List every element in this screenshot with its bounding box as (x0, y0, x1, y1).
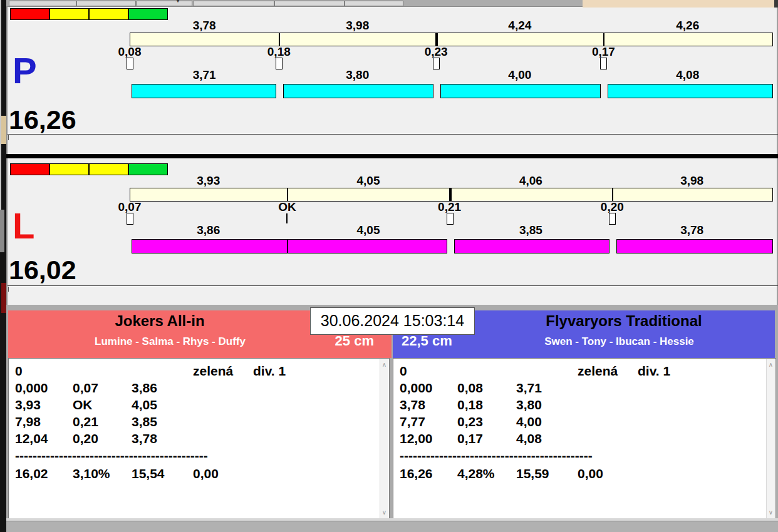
run-time-bar (608, 84, 773, 98)
exchange-time-label: 0,20 (601, 201, 624, 213)
exchange-time-label: 0,08 (118, 46, 142, 58)
run-time-bar (283, 84, 433, 98)
exchange-time-cell: 0,07 (73, 379, 98, 396)
team-left-members: Lumine - Salma - Rhys - Duffy (8, 335, 332, 348)
exchange-time-cell: 0,23 (457, 413, 483, 430)
cumulative-time-cell: 3,93 (15, 396, 41, 413)
run-time-cell: 3,80 (516, 396, 542, 413)
cumulative-time-cell: 7,98 (15, 413, 41, 430)
toolbar-segment (274, 1, 345, 6)
traffic-strip-cell (128, 8, 168, 20)
split-time-bar (130, 188, 773, 202)
split-time-label: 3,98 (680, 175, 703, 187)
exchange-time-label: 0,18 (267, 46, 291, 58)
exchange-time-cell: OK (73, 396, 93, 413)
run-time-cell: 4,00 (516, 413, 542, 430)
exchange-time-cell: 0,20 (73, 430, 98, 447)
totals-row: 16,264,28%15,590,00 (393, 465, 775, 482)
table-scrollbar[interactable]: ∧∨ (380, 359, 388, 518)
traffic-strip-cell (10, 163, 49, 175)
exchange-marker-box (276, 58, 283, 69)
team-right-members: Swen - Tony - Ibucan - Hessie (464, 335, 775, 348)
division-cell: div. 1 (638, 362, 670, 379)
run-time-bar (132, 239, 288, 253)
background-fragment (1, 116, 6, 144)
run-time-label: 3,71 (193, 69, 216, 81)
table-row: 0zelenádiv. 1 (393, 362, 775, 379)
penalty-cell: 0,00 (578, 465, 603, 482)
split-bar-divider (449, 188, 452, 201)
timing-app-window: ▾ P16,263,780,083,713,980,183,804,240,23… (0, 0, 778, 532)
team-right-name: Flyvaryors Traditional (473, 312, 775, 330)
run-time-label: 3,78 (680, 224, 703, 236)
separator-row: ----------------------------------------… (9, 447, 389, 464)
exchange-time-cell: 0,17 (457, 430, 483, 447)
cumulative-time-cell: 0,000 (15, 379, 48, 396)
lane-separator-line (8, 134, 778, 135)
net-time-cell: 15,54 (132, 465, 165, 482)
split-row: 0,0000,083,71 (393, 379, 775, 396)
totals-row: 16,023,10%15,540,00 (9, 465, 389, 482)
background-left-strip (0, 0, 6, 532)
split-row: 12,000,174,08 (393, 430, 775, 447)
split-row: 3,780,183,80 (393, 396, 775, 413)
cumulative-time-cell: 7,77 (400, 413, 425, 430)
split-row: 7,770,234,00 (393, 413, 775, 430)
exchange-time-cell: 0,08 (457, 379, 483, 396)
toolbar-caret-icon: ▾ (177, 0, 179, 4)
run-time-label: 3,85 (519, 224, 542, 236)
exchange-time-cell: 0,18 (457, 396, 483, 413)
exchange-marker-box (127, 58, 133, 69)
exchange-time-label: 0,07 (118, 201, 142, 213)
run-time-bar (440, 84, 601, 98)
traffic-strip-cell (49, 8, 89, 20)
split-bar-divider (279, 33, 280, 46)
split-row: 12,040,203,78 (9, 430, 389, 447)
toolbar-segment (193, 1, 274, 6)
net-time-cell: 15,59 (516, 465, 549, 482)
traffic-strip-cell (89, 8, 128, 20)
run-time-bar (132, 84, 276, 98)
background-scrollbar-fragment (0, 0, 1, 213)
separator-dashes: ----------------------------------------… (15, 447, 208, 464)
split-time-label: 4,24 (508, 19, 531, 31)
division-cell: div. 1 (253, 362, 286, 379)
team-right-results-table: 0zelenádiv. 10,0000,083,713,780,183,807,… (393, 358, 776, 519)
run-time-cell: 4,08 (516, 430, 542, 447)
split-row: 7,980,213,85 (9, 413, 389, 430)
scroll-up-icon[interactable]: ∧ (767, 362, 775, 368)
flag-status-cell: zelená (193, 362, 233, 379)
toolbar-segment (9, 1, 76, 6)
scroll-down-icon[interactable]: ∨ (380, 509, 388, 516)
lane-divider-bar (6, 154, 778, 158)
run-time-cell: 3,86 (132, 379, 157, 396)
background-fragment (0, 210, 4, 252)
run-time-label: 3,86 (197, 224, 220, 236)
separator-dashes: ----------------------------------------… (400, 447, 593, 464)
scroll-up-icon[interactable]: ∧ (380, 362, 388, 368)
penalty-cell: 0,00 (193, 465, 219, 482)
run-time-bar (288, 239, 447, 253)
run-time-label: 3,80 (346, 69, 369, 81)
attempt-number-cell: 0 (400, 362, 407, 379)
run-time-cell: 3,71 (516, 379, 542, 396)
split-row: 3,93OK4,05 (9, 396, 389, 413)
run-time-cell: 4,05 (132, 396, 157, 413)
exchange-marker-box (127, 213, 133, 225)
split-bar-divider (612, 188, 613, 201)
run-time-cell: 3,78 (132, 430, 157, 447)
lane-total-time: 16,26 (9, 106, 76, 133)
lane-total-time: 16,02 (9, 257, 76, 284)
exchange-marker-box (609, 213, 616, 225)
table-row: 0zelenádiv. 1 (9, 362, 389, 379)
total-time-cell: 16,02 (15, 465, 48, 482)
exchange-time-label: 0,21 (438, 201, 461, 213)
window-footer (6, 521, 778, 532)
split-bar-divider (435, 33, 438, 46)
exchange-time-label: OK (278, 201, 296, 213)
scroll-down-icon[interactable]: ∨ (767, 509, 775, 516)
traffic-strip-cell (10, 8, 49, 20)
cumulative-time-cell: 0,000 (400, 379, 433, 396)
lane-separator-tick (8, 287, 9, 292)
table-scrollbar[interactable]: ∧∨ (766, 359, 775, 518)
